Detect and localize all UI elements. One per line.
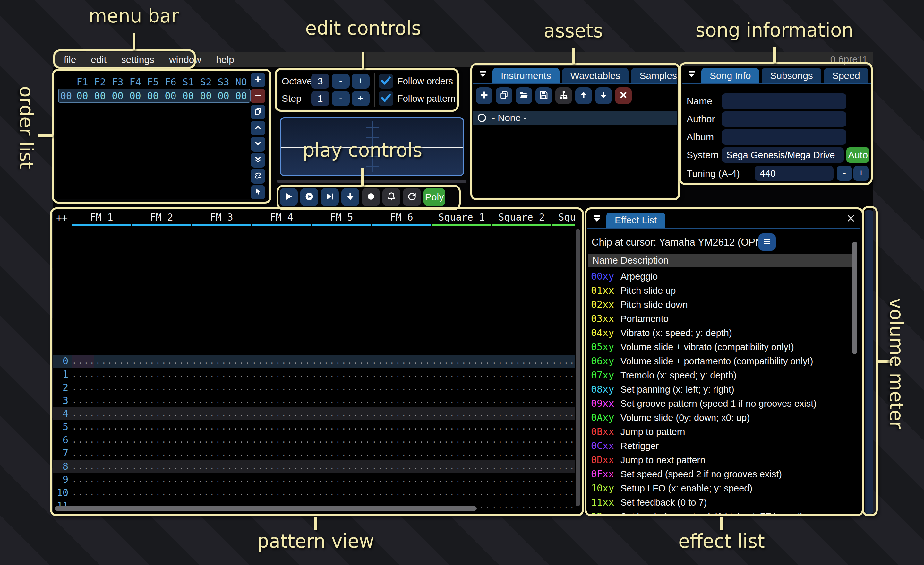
follow-orders-checkbox[interactable] <box>379 74 393 89</box>
order-cell[interactable]: 00 <box>232 90 250 101</box>
pattern-cell[interactable]: .......... <box>432 486 492 499</box>
menu-item-settings[interactable]: settings <box>121 54 154 65</box>
pattern-cell[interactable]: .......... <box>252 355 312 368</box>
pattern-cell[interactable]: .......... <box>492 473 552 486</box>
effect-row-06xy[interactable]: 06xyVolume slide + portamento (compatibi… <box>587 354 854 368</box>
song-info-collapse-button[interactable] <box>685 68 699 81</box>
pattern-cell[interactable]: .......... <box>192 447 252 460</box>
pattern-cell[interactable]: .......... <box>72 368 132 381</box>
follow-pattern-checkbox[interactable] <box>379 91 393 106</box>
pattern-cell[interactable]: .......... <box>192 355 252 368</box>
pattern-cell[interactable]: .......... <box>132 394 192 407</box>
effect-row-05xy[interactable]: 05xyVolume slide + vibrato (compatibilit… <box>587 340 854 354</box>
pattern-cell[interactable]: .......... <box>432 473 492 486</box>
tuning-value[interactable]: 440 <box>754 166 834 181</box>
pattern-cell[interactable]: .......... <box>432 460 492 473</box>
pattern-cell[interactable]: .......... <box>312 473 372 486</box>
metronome-button[interactable] <box>382 188 400 206</box>
pattern-cell[interactable]: .......... <box>492 499 552 512</box>
effect-row-11xx[interactable]: 11xxSet feedback (0 to 7) <box>587 495 854 509</box>
assets-collapse-button[interactable] <box>476 68 490 81</box>
tuning-minus-button[interactable]: - <box>837 166 852 181</box>
effect-row-09xx[interactable]: 09xxSet groove pattern (speed 1 if no gr… <box>587 397 854 410</box>
pattern-cell[interactable]: .......... <box>312 394 372 407</box>
pattern-cell[interactable]: .......... <box>252 486 312 499</box>
pattern-cell[interactable]: .......... <box>552 407 575 420</box>
pattern-cell[interactable]: .......... <box>432 355 492 368</box>
effect-list-menu-button[interactable] <box>759 233 776 251</box>
pattern-cell[interactable]: .......... <box>372 486 432 499</box>
poly-toggle-button[interactable]: Poly <box>423 188 446 206</box>
effect-row-04xy[interactable]: 04xyVibrato (x: speed; y: depth) <box>587 326 854 340</box>
step-value[interactable]: 1 <box>311 91 329 106</box>
order-deep-clone-button[interactable] <box>250 169 266 183</box>
effect-row-0dxx[interactable]: 0DxxJump to next pattern <box>587 453 854 467</box>
pattern-vertical-scrollbar[interactable] <box>576 229 580 506</box>
pattern-cell[interactable]: .......... <box>492 381 552 394</box>
pattern-cell[interactable]: .......... <box>312 434 372 446</box>
system-value[interactable]: Sega Genesis/Mega Drive <box>722 147 844 163</box>
pattern-cell[interactable]: .......... <box>252 473 312 486</box>
pattern-cell[interactable]: .......... <box>72 460 132 473</box>
channel-header-fm-6[interactable]: FM 6 <box>372 210 432 226</box>
effect-row-10xy[interactable]: 10xySetup LFO (x: enable; y: speed) <box>587 481 854 495</box>
effect-list-scrollbar[interactable] <box>852 242 857 354</box>
pattern-cell[interactable]: .......... <box>192 460 252 473</box>
effect-row-0cxx[interactable]: 0CxxRetrigger <box>587 439 854 453</box>
pattern-cell[interactable]: .......... <box>132 368 192 381</box>
octave-minus-button[interactable]: - <box>332 74 350 89</box>
asset-save-button[interactable] <box>536 87 552 104</box>
effect-row-00xy[interactable]: 00xyArpeggio <box>587 269 854 284</box>
octave-plus-button[interactable]: + <box>352 74 370 89</box>
pattern-cell[interactable]: .......... <box>372 434 432 446</box>
pattern-cell[interactable]: .......... <box>372 421 432 433</box>
step-minus-button[interactable]: - <box>332 91 350 106</box>
order-remove-button[interactable] <box>250 89 266 104</box>
tab-subsongs[interactable]: Subsongs <box>762 68 821 83</box>
effect-list-close-button[interactable] <box>844 212 858 226</box>
asset-move-up-button[interactable] <box>575 87 592 104</box>
pattern-cell[interactable]: .......... <box>72 407 132 420</box>
pattern-cell[interactable]: .......... <box>252 381 312 394</box>
pattern-cell[interactable]: .......... <box>492 486 552 499</box>
order-cell[interactable]: 00 <box>214 90 232 101</box>
pattern-cell[interactable]: .......... <box>132 355 192 368</box>
pattern-cell[interactable]: .......... <box>132 473 192 486</box>
tab-instruments[interactable]: Instruments <box>492 68 560 83</box>
pattern-cell[interactable]: .......... <box>72 486 132 499</box>
channel-header-fm-1[interactable]: FM 1 <box>72 210 132 226</box>
auto-system-button[interactable]: Auto <box>846 147 870 163</box>
order-cell[interactable]: 00 <box>126 90 144 101</box>
pattern-cell[interactable]: .......... <box>432 421 492 433</box>
pattern-cell[interactable]: .......... <box>552 394 575 407</box>
pattern-cell[interactable]: .......... <box>492 407 552 420</box>
pattern-cell[interactable]: .......... <box>432 368 492 381</box>
effect-row-0bxx[interactable]: 0BxxJump to pattern <box>587 425 854 439</box>
step-row-button[interactable] <box>341 188 359 206</box>
order-move-up-button[interactable] <box>250 121 266 135</box>
pattern-cell[interactable]: .......... <box>492 368 552 381</box>
pattern-cell[interactable]: .......... <box>72 447 132 460</box>
effect-row-12xx[interactable]: 12xxSet level of operator 1 (0 highest, … <box>587 509 854 514</box>
channel-header-fm-5[interactable]: FM 5 <box>312 210 372 226</box>
pattern-cell[interactable]: .......... <box>552 473 575 486</box>
asset-open-button[interactable] <box>516 87 532 104</box>
pattern-cell[interactable]: .......... <box>552 499 575 512</box>
pattern-cell[interactable]: .......... <box>552 460 575 473</box>
song-field-input-name[interactable] <box>722 93 846 109</box>
pattern-cell[interactable]: .......... <box>252 407 312 420</box>
pattern-cell[interactable]: .......... <box>552 368 575 381</box>
order-duplicate-button[interactable] <box>250 105 266 119</box>
record-button[interactable] <box>362 188 380 206</box>
pattern-cell[interactable]: .......... <box>72 394 132 407</box>
pattern-cell[interactable]: .......... <box>492 421 552 433</box>
pattern-cell[interactable]: .......... <box>132 447 192 460</box>
asset-move-down-button[interactable] <box>595 87 612 104</box>
play-one-row-button[interactable] <box>321 188 339 206</box>
pattern-cell[interactable]: .......... <box>312 355 372 368</box>
tab-speed[interactable]: Speed <box>824 68 868 83</box>
asset-add-button[interactable] <box>476 87 492 104</box>
order-cell[interactable]: 00 <box>179 90 197 101</box>
pattern-cell[interactable]: .......... <box>432 394 492 407</box>
tab-song-info[interactable]: Song Info <box>701 68 759 83</box>
